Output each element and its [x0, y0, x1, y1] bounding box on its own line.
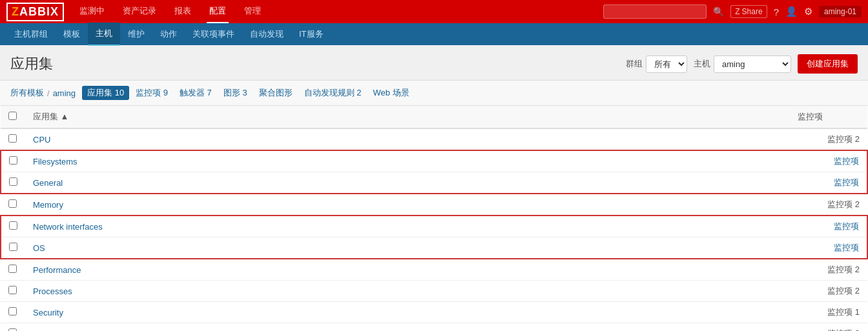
row-checkbox-cell [1, 237, 25, 259]
subnav-itservices[interactable]: IT服务 [291, 23, 331, 45]
row-items-cell: 监控项 2 [790, 128, 867, 150]
tab-discovery-rules[interactable]: 自动发现规则 2 [299, 86, 367, 100]
row-checkbox[interactable] [8, 286, 17, 294]
host-label: 主机 [694, 58, 710, 70]
table-row: Security 监控项 1 [1, 302, 867, 323]
row-name-link[interactable]: Zabbix agent [33, 329, 81, 332]
row-name-cell: Security [25, 302, 790, 323]
top-nav-links: 监测中 资产记录 报表 配置 管理 [77, 0, 603, 23]
row-checkbox[interactable] [8, 134, 17, 143]
appsets-table: 应用集 ▲ 监控项 CPU 监控项 2 [0, 106, 868, 331]
nav-manage[interactable]: 管理 [242, 0, 264, 23]
page-header: 应用集 群组 所有 主机 aming 创建应用集 [0, 45, 868, 81]
table-row: Memory 监控项 2 [1, 194, 867, 216]
table-row: Network interfaces 监控项 [1, 216, 867, 237]
header-checkbox-cell [1, 106, 25, 128]
row-checkbox[interactable] [8, 307, 17, 316]
settings-icon[interactable]: ⚙ [804, 6, 812, 17]
group-control: 群组 所有 [626, 55, 687, 73]
create-appset-button[interactable]: 创建应用集 [798, 54, 858, 74]
tab-aggregate[interactable]: 聚合图形 [254, 86, 298, 100]
nav-config[interactable]: 配置 [207, 0, 229, 23]
share-button[interactable]: Z Share [730, 5, 767, 18]
tab-web[interactable]: Web 场景 [368, 86, 415, 100]
row-items-count: 监控项 2 [827, 328, 860, 331]
subnav-actions[interactable]: 动作 [152, 23, 185, 45]
header-items: 监控项 [790, 106, 867, 128]
row-name-link[interactable]: Security [33, 308, 63, 317]
row-checkbox-cell [1, 150, 25, 172]
table-row: Processes 监控项 2 [1, 281, 867, 302]
row-name-link[interactable]: General [33, 178, 63, 188]
table-row: CPU 监控项 2 [1, 128, 867, 150]
host-select[interactable]: aming [714, 55, 791, 73]
row-items-cell: 监控项 [790, 150, 867, 172]
table-row: OS 监控项 [1, 237, 867, 259]
subnav-correlation[interactable]: 关联项事件 [185, 23, 242, 45]
row-name-link[interactable]: OS [33, 243, 45, 253]
tab-triggers[interactable]: 触发器 7 [174, 86, 217, 100]
row-name-cell: Network interfaces [25, 216, 790, 237]
search-input[interactable] [603, 5, 707, 19]
header-items-label: 监控项 [798, 112, 823, 121]
nav-assets[interactable]: 资产记录 [120, 0, 159, 23]
page-title: 应用集 [10, 54, 53, 74]
row-name-cell: CPU [25, 128, 790, 150]
row-checkbox-cell [1, 194, 25, 216]
row-checkbox[interactable] [9, 221, 17, 230]
row-name-link[interactable]: Performance [33, 265, 81, 275]
row-checkbox[interactable] [8, 265, 17, 273]
select-all-checkbox[interactable] [8, 112, 17, 120]
row-checkbox[interactable] [9, 156, 17, 165]
table-area: 应用集 ▲ 监控项 CPU 监控项 2 [0, 106, 868, 331]
row-items-link[interactable]: 监控项 [834, 221, 859, 231]
row-checkbox-cell [1, 323, 25, 332]
group-select[interactable]: 所有 [646, 55, 687, 73]
row-checkbox-cell [1, 128, 25, 150]
row-items-cell: 监控项 2 [790, 281, 867, 302]
tab-appsets[interactable]: 应用集 10 [82, 86, 129, 100]
table-row: Filesystems 监控项 [1, 150, 867, 172]
row-items-cell: 监控项 2 [790, 323, 867, 332]
row-name-link[interactable]: Processes [33, 286, 72, 296]
page-controls: 群组 所有 主机 aming 创建应用集 [626, 54, 858, 74]
help-icon[interactable]: ? [774, 6, 779, 17]
subnav-templates[interactable]: 模板 [56, 23, 88, 45]
row-checkbox[interactable] [8, 199, 17, 208]
row-name-link[interactable]: Memory [33, 200, 63, 210]
row-name-link[interactable]: Network interfaces [33, 222, 103, 232]
row-items-cell: 监控项 1 [790, 302, 867, 323]
subnav-hosts[interactable]: 主机 [88, 23, 120, 46]
row-items-count: 监控项 2 [827, 134, 860, 144]
row-items-link[interactable]: 监控项 [834, 243, 859, 252]
row-name-cell: Filesystems [25, 150, 790, 172]
row-name-cell: Processes [25, 281, 790, 302]
row-items-count: 监控项 2 [827, 199, 860, 209]
nav-monitor[interactable]: 监测中 [77, 0, 107, 23]
nav-reports[interactable]: 报表 [172, 0, 194, 23]
table-header-row: 应用集 ▲ 监控项 [1, 106, 867, 128]
tab-graphs[interactable]: 图形 3 [218, 86, 253, 100]
breadcrumb-all-templates[interactable]: 所有模板 [10, 87, 44, 99]
row-items-count: 监控项 2 [827, 265, 860, 274]
row-items-link[interactable]: 监控项 [834, 156, 859, 166]
row-name-cell: General [25, 172, 790, 194]
search-icon[interactable]: 🔍 [713, 6, 724, 17]
row-items-link[interactable]: 监控项 [834, 177, 859, 187]
row-name-cell: Memory [25, 194, 790, 216]
row-name-link[interactable]: Filesystems [33, 157, 78, 166]
row-checkbox[interactable] [8, 328, 17, 331]
row-checkbox[interactable] [9, 243, 17, 251]
user-icon[interactable]: 👤 [785, 6, 798, 17]
subnav-maintenance[interactable]: 维护 [120, 23, 152, 45]
header-name[interactable]: 应用集 ▲ [25, 106, 790, 128]
row-checkbox[interactable] [9, 177, 17, 186]
table-body: CPU 监控项 2 Filesystems 监控项 [1, 128, 867, 331]
subnav-discovery[interactable]: 自动发现 [242, 23, 291, 45]
subnav-hostgroups[interactable]: 主机群组 [6, 23, 56, 45]
row-items-cell: 监控项 2 [790, 194, 867, 216]
row-name-link[interactable]: CPU [33, 135, 50, 145]
row-checkbox-cell [1, 302, 25, 323]
breadcrumb-current[interactable]: aming [53, 88, 76, 98]
tab-monitors[interactable]: 监控项 9 [130, 86, 173, 100]
